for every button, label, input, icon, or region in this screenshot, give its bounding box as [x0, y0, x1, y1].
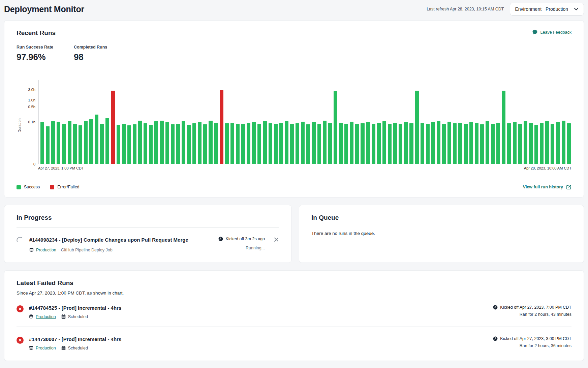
chart-bar[interactable] — [344, 124, 348, 164]
chart-bar[interactable] — [165, 122, 169, 164]
chart-bar[interactable] — [556, 122, 560, 164]
chart-bar[interactable] — [105, 118, 109, 164]
chart-bar[interactable] — [469, 122, 473, 164]
chart-bar[interactable] — [285, 121, 288, 164]
chart-bar[interactable] — [317, 124, 321, 164]
chart-bar[interactable] — [334, 91, 337, 164]
chart-bar[interactable] — [496, 123, 500, 164]
chart-bar[interactable] — [388, 124, 392, 164]
chart-bar[interactable] — [306, 124, 310, 164]
chart-bar[interactable] — [117, 125, 120, 164]
chart-bar[interactable] — [431, 122, 435, 164]
chart-bar[interactable] — [84, 121, 88, 164]
chart-bar[interactable] — [382, 121, 386, 164]
chart-bar[interactable] — [51, 121, 55, 164]
chart-bar[interactable] — [290, 124, 294, 164]
chart-bar[interactable] — [421, 123, 424, 164]
chart-bar[interactable] — [475, 123, 478, 164]
chart-bar[interactable] — [171, 124, 175, 164]
chart-bar[interactable] — [480, 124, 484, 164]
chart-bar[interactable] — [551, 124, 554, 164]
chart-bar[interactable] — [160, 121, 163, 164]
chart-bar[interactable] — [377, 123, 381, 164]
production-link[interactable]: Production — [29, 314, 56, 319]
chart-bar[interactable] — [486, 121, 489, 164]
chart-bar[interactable] — [442, 124, 446, 164]
chart-bar[interactable] — [122, 124, 126, 164]
chart-bar[interactable] — [257, 124, 261, 164]
chart-bar[interactable] — [279, 123, 283, 164]
chart-bar[interactable] — [545, 121, 549, 164]
chart-bar[interactable] — [68, 121, 71, 164]
chart-bar[interactable] — [73, 124, 77, 164]
chart-bar[interactable] — [225, 123, 229, 164]
chart-bar[interactable] — [502, 91, 505, 164]
leave-feedback-link[interactable]: Leave Feedback — [532, 29, 571, 35]
chart-bar[interactable] — [214, 123, 218, 164]
chart-bar[interactable] — [263, 121, 267, 164]
chart-bar[interactable] — [252, 122, 256, 164]
chart-bar[interactable] — [192, 123, 196, 164]
chart-bar[interactable] — [540, 123, 544, 164]
chart-bar[interactable] — [209, 121, 212, 164]
chart-bar[interactable] — [198, 122, 202, 164]
chart-bar[interactable] — [241, 124, 245, 164]
chart-bar[interactable] — [154, 121, 158, 164]
chart-bar[interactable] — [220, 90, 223, 164]
chart-bar[interactable] — [230, 123, 234, 164]
chart-bar[interactable] — [426, 124, 430, 164]
chart-bar[interactable] — [437, 121, 440, 164]
chart-bar[interactable] — [187, 125, 191, 164]
chart-bar[interactable] — [562, 121, 565, 164]
chart-bar[interactable] — [100, 124, 104, 164]
chart-bar[interactable] — [40, 122, 44, 164]
chart-bar[interactable] — [236, 124, 240, 164]
chart-bar[interactable] — [529, 123, 533, 164]
chart-bar[interactable] — [89, 119, 93, 164]
chart-bar[interactable] — [149, 125, 153, 164]
production-link[interactable]: Production — [29, 248, 56, 252]
chart-bar[interactable] — [447, 122, 451, 164]
chart-bar[interactable] — [453, 123, 457, 164]
failed-run-title[interactable]: #144730007 - [Prod] Incremental - 4hrs — [29, 336, 488, 342]
chart-bar[interactable] — [127, 125, 131, 164]
chart-bar[interactable] — [79, 125, 82, 164]
chart-bar[interactable] — [372, 124, 375, 164]
chart-bar[interactable] — [518, 124, 522, 164]
chart-bar[interactable] — [464, 124, 468, 164]
view-full-run-history-link[interactable]: View full run history — [523, 184, 571, 190]
chart-bar[interactable] — [415, 91, 419, 164]
production-link[interactable]: Production — [29, 346, 56, 350]
chart-bar[interactable] — [507, 123, 511, 164]
chart-bar[interactable] — [361, 123, 364, 164]
chart-bar[interactable] — [111, 91, 115, 164]
chart-bar[interactable] — [513, 122, 517, 164]
chart-bar[interactable] — [176, 124, 180, 164]
chart-bar[interactable] — [62, 124, 66, 164]
chart-bar[interactable] — [534, 125, 538, 164]
in-progress-run-title[interactable]: #144998234 - [Deploy] Compile Changes up… — [29, 237, 213, 243]
chart-bar[interactable] — [203, 124, 207, 164]
chart-bar[interactable] — [399, 124, 402, 164]
chart-bar[interactable] — [366, 122, 370, 164]
chart-bar[interactable] — [95, 115, 98, 164]
chart-bar[interactable] — [339, 123, 343, 164]
chart-bar[interactable] — [524, 121, 527, 164]
chart-bar[interactable] — [46, 126, 50, 164]
chart-bar[interactable] — [296, 123, 299, 164]
chart-bar[interactable] — [301, 122, 305, 164]
chart-bar[interactable] — [274, 124, 278, 164]
close-icon[interactable] — [274, 237, 279, 242]
chart-bar[interactable] — [458, 123, 462, 164]
chart-bar[interactable] — [328, 123, 332, 164]
chart-bar[interactable] — [57, 122, 60, 164]
chart-bar[interactable] — [404, 122, 408, 164]
chart-bar[interactable] — [312, 122, 315, 164]
chart-bar[interactable] — [491, 124, 495, 164]
chart-bar[interactable] — [323, 121, 327, 164]
chart-bar[interactable] — [393, 123, 397, 164]
chart-bar[interactable] — [133, 124, 136, 164]
chart-bar[interactable] — [409, 123, 413, 164]
chart-bar[interactable] — [269, 123, 272, 164]
chart-bar[interactable] — [355, 124, 359, 164]
